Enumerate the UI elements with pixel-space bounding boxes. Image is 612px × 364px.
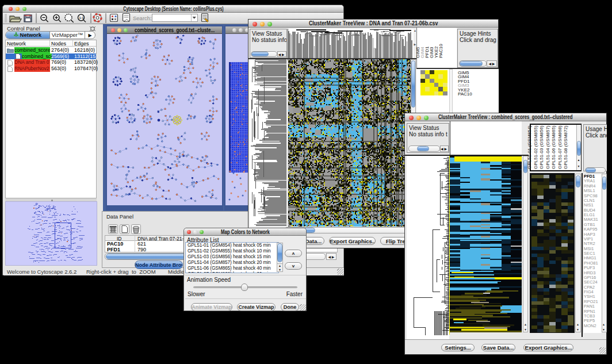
svg-text:Search:: Search:	[133, 15, 152, 21]
svg-text:1:1: 1:1	[79, 16, 84, 20]
